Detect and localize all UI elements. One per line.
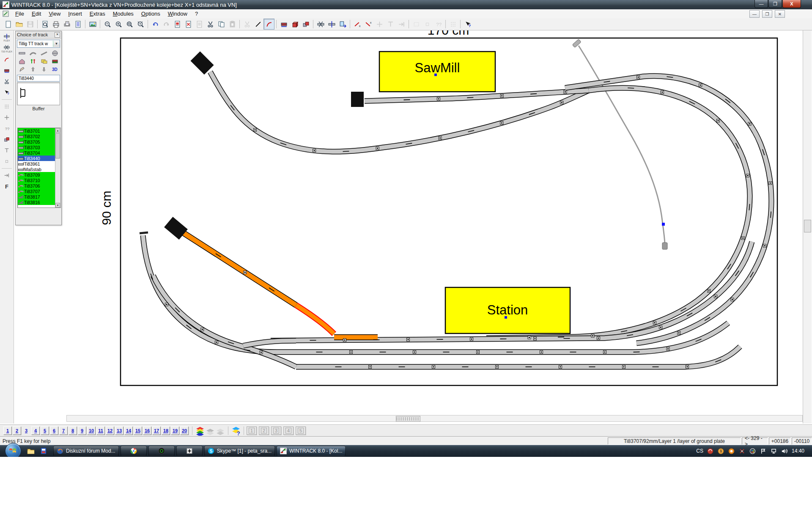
network-tray-icon[interactable] xyxy=(771,448,777,454)
panel-title-bar[interactable]: Choice of track ✕ xyxy=(16,31,61,38)
list-item[interactable]: Ti83706 xyxy=(18,183,55,188)
choice-of-track-panel[interactable]: Choice of track ✕ Tillig TT track w ▼ 3D… xyxy=(15,31,62,225)
menu-edit[interactable]: Edit xyxy=(28,10,45,18)
zoom-all-button[interactable] xyxy=(135,19,146,30)
antivirus-tray-icon[interactable] xyxy=(707,448,714,454)
panel-close-button[interactable]: ✕ xyxy=(55,32,60,38)
layer-button-6[interactable]: 6 xyxy=(50,426,58,435)
layer-button-9[interactable]: 9 xyxy=(78,426,86,435)
layer-button-16[interactable]: 16 xyxy=(143,426,151,435)
layer-button-18[interactable]: 18 xyxy=(162,426,170,435)
raise-tool[interactable] xyxy=(28,66,38,73)
gradient-up-button[interactable]: x xyxy=(352,19,363,30)
building-tool-button[interactable] xyxy=(1,134,13,145)
flex-cut-button[interactable] xyxy=(315,19,326,30)
taskbar-button-firefox[interactable]: Diskuzní fórum Mod... xyxy=(53,446,119,456)
copy-section-button[interactable] xyxy=(337,19,348,30)
menu-file[interactable]: File xyxy=(11,10,28,18)
block-3d-button[interactable] xyxy=(289,19,300,30)
figures-tool[interactable] xyxy=(28,57,38,65)
explorer-quicklaunch-icon[interactable] xyxy=(26,446,36,456)
mdi-minimize-button[interactable]: — xyxy=(749,10,760,18)
track-code-input[interactable]: Ti83440 xyxy=(17,75,60,82)
close-button[interactable]: X xyxy=(782,0,801,8)
measure-star-2-button[interactable] xyxy=(1,112,13,123)
list-item[interactable]: Ti83709 xyxy=(18,172,55,178)
restore-button[interactable]: ❐ xyxy=(768,0,782,8)
buffer-stop-2[interactable] xyxy=(351,92,364,107)
blocks-button[interactable] xyxy=(300,19,311,30)
straight-track-tool[interactable] xyxy=(17,49,27,57)
building-tool[interactable] xyxy=(17,57,27,65)
selected-track[interactable] xyxy=(183,232,378,337)
measure-star-button[interactable] xyxy=(1,101,13,112)
layer-button-13[interactable]: 13 xyxy=(115,426,123,435)
vertical-scrollbar-thumb[interactable] xyxy=(804,220,811,232)
height-tool-button[interactable] xyxy=(1,170,13,181)
usb-tray-icon[interactable] xyxy=(739,448,746,454)
layer-query-button[interactable]: ? xyxy=(231,426,241,435)
media-quicklaunch-icon[interactable] xyxy=(39,446,48,456)
list-item[interactable]: Maßstab xyxy=(18,167,55,172)
track-list[interactable]: Ti83701Ti83702Ti83705Ti83703Ti83704Ti834… xyxy=(17,128,61,208)
signal-tool-button[interactable] xyxy=(1,145,13,156)
text-tool-button[interactable]: ?? xyxy=(1,123,13,134)
mdi-restore-button[interactable]: ❐ xyxy=(762,10,772,18)
taskbar-button-wintrack[interactable]: WINTRACK 8.0 - [Kol... xyxy=(277,446,346,456)
layer-button-2[interactable]: 2 xyxy=(13,426,21,435)
page-setup-button[interactable] xyxy=(61,19,72,30)
layers-all-button[interactable] xyxy=(195,426,205,435)
draw-line-button[interactable] xyxy=(252,19,263,30)
parts-list-button[interactable] xyxy=(72,19,83,30)
volume-tray-icon[interactable] xyxy=(781,448,788,454)
layer-button-15[interactable]: 15 xyxy=(134,426,142,435)
agent-tray-icon[interactable] xyxy=(728,448,735,454)
figure-tool-button[interactable] xyxy=(1,156,13,167)
list-item[interactable]: Ti83817 xyxy=(18,194,55,199)
layer-button-7[interactable]: 7 xyxy=(59,426,68,435)
flex-track-720-button[interactable]: 720 FLEX xyxy=(1,43,13,54)
view-3d-tool[interactable]: 3D xyxy=(49,66,60,73)
track-system-select[interactable]: Tillig TT track w ▼ xyxy=(17,40,60,48)
mdi-close-button[interactable]: ✕ xyxy=(775,10,785,18)
taskbar-button-skype[interactable]: SSkype™ [1] - peta_sra... xyxy=(204,446,275,456)
list-item[interactable]: Ti83707 xyxy=(18,188,55,194)
signal-tool[interactable] xyxy=(49,57,60,65)
gradient-down-button[interactable]: x xyxy=(363,19,374,30)
sync-tray-icon[interactable] xyxy=(749,448,756,454)
table-edge-button[interactable] xyxy=(278,19,289,30)
cut-button[interactable] xyxy=(205,19,216,30)
list-scrollbar[interactable]: ▲ ▼ xyxy=(55,128,60,208)
zoom-out-button[interactable] xyxy=(102,19,113,30)
layer-button-12[interactable]: 12 xyxy=(106,426,114,435)
layer-button-1[interactable]: 1 xyxy=(3,426,12,435)
plan-canvas[interactable]: SawMill Station xyxy=(14,30,803,423)
flex-track-button[interactable]: FLEX xyxy=(1,32,13,43)
new-button[interactable] xyxy=(3,19,14,30)
taskbar-button-chrome[interactable] xyxy=(121,446,147,456)
vertical-scrollbar[interactable] xyxy=(803,30,812,423)
magic-wand-button[interactable]: ? xyxy=(1,87,13,98)
layer-button-19[interactable]: 19 xyxy=(171,426,179,435)
layer-button-3[interactable]: 3 xyxy=(22,426,30,435)
list-item[interactable]: Ti83816 xyxy=(18,199,55,205)
contour-cut-button[interactable] xyxy=(1,76,13,87)
list-item[interactable]: Ti83701 xyxy=(18,128,55,134)
layer-button-20[interactable]: 20 xyxy=(180,426,189,435)
undo-button[interactable] xyxy=(150,19,161,30)
layer-button-11[interactable]: 11 xyxy=(96,426,105,435)
list-scrollbar-thumb[interactable] xyxy=(55,133,60,158)
copy-button[interactable] xyxy=(216,19,227,30)
layer-button-14[interactable]: 14 xyxy=(124,426,133,435)
list-item[interactable]: Ti83710 xyxy=(18,178,55,183)
curved-track-tool[interactable] xyxy=(28,49,38,57)
menu-window[interactable]: Window xyxy=(164,10,191,18)
scroll-up-icon[interactable]: ▲ xyxy=(55,128,60,133)
bend-track-button[interactable] xyxy=(1,54,13,65)
layer-button-4[interactable]: 4 xyxy=(31,426,40,435)
replace-part-button[interactable] xyxy=(183,19,194,30)
list-item[interactable]: Ti83705 xyxy=(18,139,55,145)
list-item[interactable]: Ti83961 xyxy=(18,161,55,167)
list-item[interactable]: Ti83440 xyxy=(18,156,55,161)
letter-f-button[interactable]: F xyxy=(1,181,13,192)
